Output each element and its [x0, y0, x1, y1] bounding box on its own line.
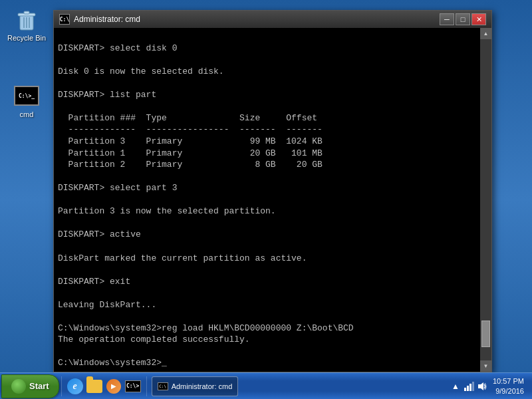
cmd-content[interactable]: Bootcode was successfully updated on all… — [54, 28, 480, 372]
tray-volume-icon[interactable] — [477, 381, 487, 392]
taskbar-divider-2 — [146, 376, 147, 396]
start-label: Start — [29, 381, 49, 391]
quick-launch: e ▶ C:\> — [64, 378, 144, 395]
svg-rect-8 — [469, 384, 471, 391]
cmd-titlebar: C:\ Administrator: cmd ─ □ ✕ — [54, 11, 491, 28]
maximize-button[interactable]: □ — [456, 13, 470, 25]
cmd-quick-icon[interactable]: C:\> — [124, 378, 142, 395]
recycle-bin-label: Recycle Bin — [7, 34, 46, 42]
close-button[interactable]: ✕ — [471, 13, 486, 25]
taskbar-cmd-item[interactable]: C:\ Administrator: cmd — [152, 376, 239, 396]
cmd-title-text: Administrator: cmd — [74, 15, 440, 24]
system-clock[interactable]: 10:57 PM 9/9/2016 — [490, 376, 527, 396]
cmd-window: C:\ Administrator: cmd ─ □ ✕ Bootcode wa… — [53, 10, 492, 372]
svg-marker-10 — [478, 382, 483, 390]
scroll-down-arrow[interactable]: ▼ — [480, 360, 491, 372]
window-controls: ─ □ ✕ — [440, 13, 486, 25]
ie-quick-icon[interactable]: e — [66, 378, 84, 395]
clock-date: 9/9/2016 — [493, 386, 524, 396]
media-icon-image: ▶ — [106, 379, 121, 394]
taskbar-items: C:\ Administrator: cmd — [149, 373, 445, 399]
scroll-up-arrow[interactable]: ▲ — [480, 28, 491, 39]
folder-icon-image — [86, 380, 102, 393]
media-quick-icon[interactable]: ▶ — [105, 378, 122, 395]
clock-time: 10:57 PM — [493, 376, 524, 386]
system-tray: ▲ 10:57 PM 9/9/2016 — [445, 376, 532, 396]
svg-rect-7 — [467, 386, 469, 391]
cmd-shortcut-icon[interactable]: C:\>_ cmd — [3, 80, 50, 121]
cmd-body: Bootcode was successfully updated on all… — [54, 28, 491, 372]
tray-show-hidden-icon[interactable]: ▲ — [450, 381, 461, 392]
tray-network-icon[interactable] — [464, 381, 474, 392]
cmd-quick-image: C:\> — [125, 380, 141, 392]
ie-icon-image: e — [67, 378, 83, 394]
cmd-scrollbar: ▲ ▼ — [480, 28, 491, 372]
scrollbar-track[interactable] — [480, 39, 491, 360]
recycle-bin-icon[interactable]: Recycle Bin — [3, 3, 50, 45]
scrollbar-thumb[interactable] — [481, 321, 490, 347]
recycle-bin-image — [13, 6, 40, 33]
start-button[interactable]: Start — [1, 374, 59, 398]
cmd-shortcut-label: cmd — [20, 110, 34, 118]
cmd-title-icon: C:\ — [59, 14, 70, 25]
svg-rect-2 — [24, 11, 29, 14]
desktop: Recycle Bin C:\>_ cmd C:\ Administrator:… — [0, 0, 532, 399]
minimize-button[interactable]: ─ — [440, 13, 454, 25]
cmd-shortcut-image: C:\>_ — [13, 82, 40, 109]
svg-rect-6 — [464, 388, 466, 391]
taskbar-cmd-label: Administrator: cmd — [172, 382, 233, 390]
start-orb — [11, 379, 26, 394]
folder-quick-icon[interactable] — [86, 378, 103, 395]
taskbar-divider-1 — [61, 376, 62, 396]
svg-rect-9 — [472, 382, 474, 391]
taskbar-cmd-icon: C:\ — [158, 382, 168, 390]
taskbar: Start e ▶ C:\> C:\ — [0, 372, 532, 399]
